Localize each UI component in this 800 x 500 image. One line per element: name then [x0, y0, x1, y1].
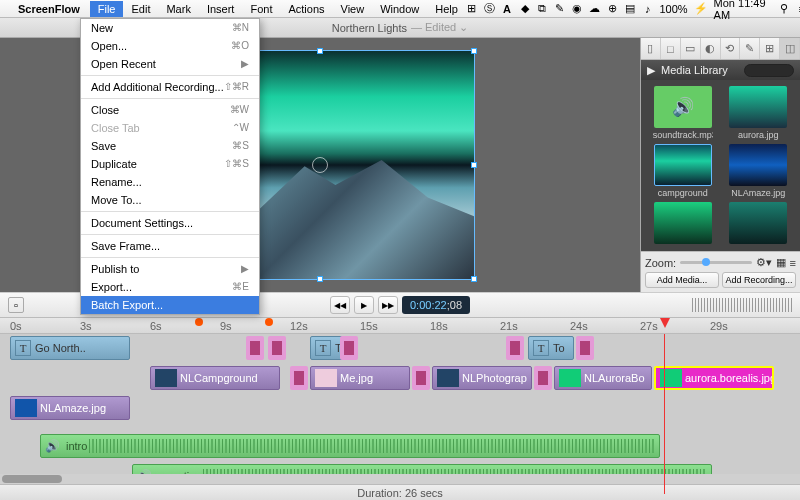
- timeline-tracks[interactable]: TGo North.. TTo TTo NLCampground Me.jpg …: [0, 334, 800, 494]
- menu-item-batch-export-[interactable]: Batch Export...: [81, 296, 259, 314]
- status-icon[interactable]: ▤: [624, 2, 636, 15]
- app-name[interactable]: ScreenFlow: [18, 3, 80, 15]
- play-button[interactable]: ▶: [354, 296, 374, 314]
- action-clip[interactable]: [340, 336, 358, 360]
- menu-help[interactable]: Help: [427, 1, 466, 17]
- title-clip[interactable]: TTo: [528, 336, 574, 360]
- menu-insert[interactable]: Insert: [199, 1, 243, 17]
- library-item[interactable]: [723, 202, 795, 246]
- inspector-tab[interactable]: ◐: [701, 38, 721, 59]
- inspector-tab[interactable]: ⟲: [721, 38, 741, 59]
- marker-icon[interactable]: [265, 318, 273, 326]
- timeline-ruler[interactable]: 0s3s6s9s12s15s18s21s24s27s29s: [0, 318, 800, 334]
- menu-item-rename-[interactable]: Rename...: [81, 173, 259, 191]
- menu-item-document-settings-[interactable]: Document Settings...: [81, 214, 259, 232]
- action-clip[interactable]: [506, 336, 524, 360]
- title-clip[interactable]: TGo North..: [10, 336, 130, 360]
- resize-handle[interactable]: [317, 48, 323, 54]
- library-item[interactable]: 🔊soundtrack.mp3: [647, 86, 719, 140]
- status-icon[interactable]: A: [501, 3, 513, 15]
- status-icon[interactable]: Ⓢ: [484, 1, 496, 16]
- menu-item-open-recent[interactable]: Open Recent▶: [81, 55, 259, 73]
- horizontal-scrollbar[interactable]: [0, 474, 800, 484]
- inspector-tab[interactable]: ▯: [641, 38, 661, 59]
- menu-window[interactable]: Window: [372, 1, 427, 17]
- menu-item-save-frame-[interactable]: Save Frame...: [81, 237, 259, 255]
- view-grid-icon[interactable]: ▦: [776, 256, 786, 269]
- gear-icon[interactable]: ⚙▾: [756, 256, 772, 269]
- library-search[interactable]: [744, 64, 794, 77]
- timecode[interactable]: 0:00:22;08: [402, 296, 470, 314]
- status-icon[interactable]: ✎: [554, 2, 566, 15]
- menu-font[interactable]: Font: [242, 1, 280, 17]
- menubar-extra-icon[interactable]: ≡: [796, 3, 800, 15]
- library-item[interactable]: NLAmaze.jpg: [723, 144, 795, 198]
- library-item[interactable]: campground: [647, 144, 719, 198]
- status-icon[interactable]: ◉: [571, 2, 583, 15]
- menu-item-duplicate[interactable]: Duplicate⇧⌘S: [81, 155, 259, 173]
- inspector-tab[interactable]: ✎: [740, 38, 760, 59]
- resize-handle[interactable]: [471, 48, 477, 54]
- scrollbar-thumb[interactable]: [2, 475, 62, 483]
- resize-handle[interactable]: [471, 162, 477, 168]
- status-icon[interactable]: ⊞: [466, 2, 478, 15]
- menu-mark[interactable]: Mark: [158, 1, 198, 17]
- action-clip[interactable]: [412, 366, 430, 390]
- view-list-icon[interactable]: ≡: [790, 257, 796, 269]
- play-icon[interactable]: ▶: [647, 64, 655, 77]
- marker-icon[interactable]: [195, 318, 203, 326]
- status-icon[interactable]: ☁: [589, 2, 601, 15]
- action-clip[interactable]: [290, 366, 308, 390]
- add-media-button[interactable]: Add Media...: [645, 272, 719, 288]
- playhead-line[interactable]: [664, 334, 665, 494]
- status-icon[interactable]: ⧉: [536, 2, 548, 15]
- menu-edit[interactable]: Edit: [123, 1, 158, 17]
- library-item[interactable]: aurora.jpg: [723, 86, 795, 140]
- inspector-tab[interactable]: □: [661, 38, 681, 59]
- action-clip[interactable]: [576, 336, 594, 360]
- forward-button[interactable]: ▶▶: [378, 296, 398, 314]
- audio-clip[interactable]: 🔊intro: [40, 434, 660, 458]
- status-icon[interactable]: ⊕: [607, 2, 619, 15]
- rewind-button[interactable]: ◀◀: [330, 296, 350, 314]
- clock[interactable]: Mon 11:49 AM: [714, 0, 773, 21]
- menu-item-open-[interactable]: Open...⌘O: [81, 37, 259, 55]
- document-icon[interactable]: ▫: [8, 297, 24, 313]
- action-clip[interactable]: [534, 366, 552, 390]
- status-icon[interactable]: ♪: [642, 3, 654, 15]
- menu-item-add-additional-recording-[interactable]: Add Additional Recording...⇧⌘R: [81, 78, 259, 96]
- doc-state[interactable]: — Edited ⌄: [411, 21, 468, 34]
- menu-view[interactable]: View: [333, 1, 373, 17]
- action-clip[interactable]: [246, 336, 264, 360]
- zoom-slider[interactable]: [680, 261, 751, 264]
- inspector-tab[interactable]: ⊞: [760, 38, 780, 59]
- battery-percent[interactable]: 100%: [659, 3, 687, 15]
- center-mark-icon[interactable]: [312, 157, 328, 173]
- playhead-icon[interactable]: [660, 318, 670, 328]
- add-recording-button[interactable]: Add Recording...: [722, 272, 796, 288]
- inspector-tabs: ▯□▭◐⟲✎⊞◫: [641, 38, 800, 60]
- video-clip[interactable]: NLAuroraBo: [554, 366, 652, 390]
- menu-item-export-[interactable]: Export...⌘E: [81, 278, 259, 296]
- video-clip[interactable]: NLCampground: [150, 366, 280, 390]
- library-item[interactable]: [647, 202, 719, 246]
- video-clip[interactable]: NLAmaze.jpg: [10, 396, 130, 420]
- inspector-tab[interactable]: ◫: [780, 38, 800, 59]
- resize-handle[interactable]: [471, 276, 477, 282]
- status-icon[interactable]: ◆: [519, 2, 531, 15]
- menu-file[interactable]: File: [90, 1, 124, 17]
- video-clip[interactable]: Me.jpg: [310, 366, 410, 390]
- menu-actions[interactable]: Actions: [280, 1, 332, 17]
- menu-item-save[interactable]: Save⌘S: [81, 137, 259, 155]
- spotlight-icon[interactable]: ⚲: [778, 2, 790, 15]
- menu-item-close[interactable]: Close⌘W: [81, 101, 259, 119]
- video-clip-selected[interactable]: aurora.borealis.jpg: [654, 366, 774, 390]
- video-clip[interactable]: NLPhotograp: [432, 366, 532, 390]
- resize-handle[interactable]: [317, 276, 323, 282]
- menu-item-publish-to[interactable]: Publish to▶: [81, 260, 259, 278]
- speaker-icon: 🔊: [45, 439, 63, 453]
- action-clip[interactable]: [268, 336, 286, 360]
- menu-item-new[interactable]: New⌘N: [81, 19, 259, 37]
- menu-item-move-to-[interactable]: Move To...: [81, 191, 259, 209]
- inspector-tab[interactable]: ▭: [681, 38, 701, 59]
